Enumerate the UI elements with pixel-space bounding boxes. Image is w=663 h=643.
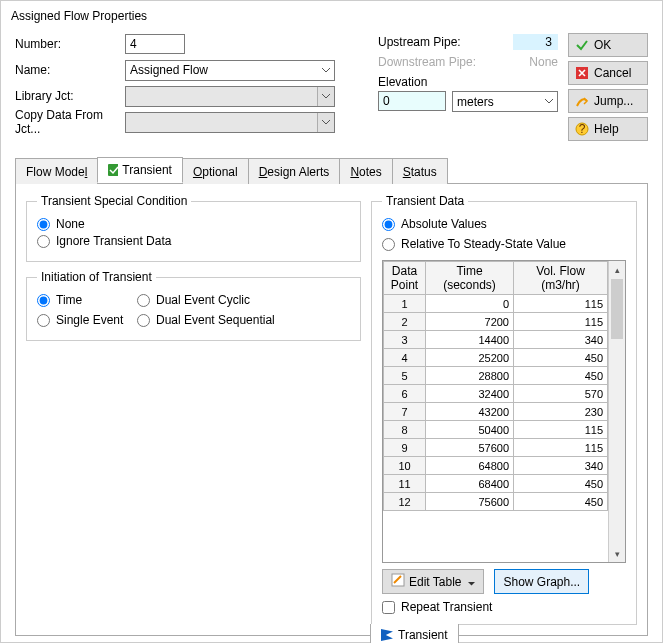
radio-ignore[interactable]: Ignore Transient Data	[37, 234, 350, 248]
cell-time[interactable]: 57600	[426, 439, 514, 457]
data-table[interactable]: Data Point Time (seconds) Vol. Flow (m3/…	[383, 261, 608, 511]
dialog-title: Assigned Flow Properties	[1, 1, 662, 27]
tab-notes[interactable]: Notes	[339, 158, 392, 184]
tab-panel: Transient Special Condition None Ignore …	[15, 184, 648, 636]
cell-time[interactable]: 64800	[426, 457, 514, 475]
cell-time[interactable]: 43200	[426, 403, 514, 421]
scroll-down-icon: ▾	[609, 545, 625, 562]
cell-flow[interactable]: 450	[514, 493, 608, 511]
jump-label: Jump...	[594, 94, 633, 108]
tab-transient-label: Transient	[122, 163, 172, 177]
cell-time[interactable]: 32400	[426, 385, 514, 403]
show-graph-button[interactable]: Show Graph...	[494, 569, 589, 594]
tab-transient[interactable]: Transient	[97, 157, 183, 183]
tab-flow-model[interactable]: Flow Model	[15, 158, 98, 184]
copy-combo[interactable]	[125, 112, 335, 133]
row-index: 11	[384, 475, 426, 493]
tab-optional[interactable]: Optional	[182, 158, 249, 184]
table-row[interactable]: 1168400450	[384, 475, 608, 493]
table-row[interactable]: 743200230	[384, 403, 608, 421]
cell-flow[interactable]: 450	[514, 367, 608, 385]
cell-flow[interactable]: 340	[514, 457, 608, 475]
radio-single[interactable]: Single Event	[37, 313, 137, 327]
row-index: 1	[384, 295, 426, 313]
tab-status[interactable]: Status	[392, 158, 448, 184]
table-row[interactable]: 957600115	[384, 439, 608, 457]
repeat-transient-checkbox[interactable]: Repeat Transient	[382, 600, 626, 614]
transient-data-group: Transient Data Absolute Values Relative …	[371, 194, 637, 625]
jump-icon	[575, 94, 589, 108]
repeat-label: Repeat Transient	[401, 600, 492, 614]
cell-time[interactable]: 7200	[426, 313, 514, 331]
cell-time[interactable]: 28800	[426, 367, 514, 385]
radio-none[interactable]: None	[37, 217, 350, 231]
table-row[interactable]: 850400115	[384, 421, 608, 439]
check-icon	[575, 38, 589, 52]
cell-flow[interactable]: 115	[514, 295, 608, 313]
chevron-down-icon	[317, 113, 334, 132]
cell-time[interactable]: 75600	[426, 493, 514, 511]
help-label: Help	[594, 122, 619, 136]
tab-design-alerts[interactable]: Design Alerts	[248, 158, 341, 184]
cell-flow[interactable]: 340	[514, 331, 608, 349]
initiation-group: Initiation of Transient Time Dual Event …	[26, 270, 361, 341]
radio-time[interactable]: Time	[37, 293, 137, 307]
col-flow: Vol. Flow (m3/hr)	[514, 262, 608, 295]
ok-button[interactable]: OK	[568, 33, 648, 57]
chevron-down-icon	[317, 61, 334, 80]
cell-flow[interactable]: 450	[514, 475, 608, 493]
help-button[interactable]: ? Help	[568, 117, 648, 141]
show-graph-label: Show Graph...	[503, 575, 580, 589]
ok-label: OK	[594, 38, 611, 52]
cell-flow[interactable]: 230	[514, 403, 608, 421]
number-input[interactable]	[125, 34, 185, 54]
cell-flow[interactable]: 115	[514, 313, 608, 331]
jump-button[interactable]: Jump...	[568, 89, 648, 113]
chevron-down-icon	[540, 92, 557, 111]
table-row[interactable]: 425200450	[384, 349, 608, 367]
cell-time[interactable]: 50400	[426, 421, 514, 439]
cell-time[interactable]: 25200	[426, 349, 514, 367]
table-row[interactable]: 528800450	[384, 367, 608, 385]
pipe-section: Upstream Pipe: 3 Downstream Pipe: None E…	[378, 33, 558, 141]
table-row[interactable]: 1275600450	[384, 493, 608, 511]
library-combo[interactable]	[125, 86, 335, 107]
svg-text:?: ?	[579, 122, 586, 136]
cell-time[interactable]: 14400	[426, 331, 514, 349]
vertical-scrollbar[interactable]: ▴ ▾	[608, 261, 625, 562]
cell-flow[interactable]: 115	[514, 439, 608, 457]
table-row[interactable]: 314400340	[384, 331, 608, 349]
cell-flow[interactable]: 570	[514, 385, 608, 403]
elevation-label: Elevation	[378, 75, 558, 89]
upstream-label: Upstream Pipe:	[378, 35, 461, 49]
edit-table-button[interactable]: Edit Table	[382, 569, 484, 594]
cell-time[interactable]: 68400	[426, 475, 514, 493]
table-row[interactable]: 632400570	[384, 385, 608, 403]
row-index: 3	[384, 331, 426, 349]
initiation-title: Initiation of Transient	[37, 270, 156, 284]
table-row[interactable]: 27200115	[384, 313, 608, 331]
row-index: 12	[384, 493, 426, 511]
button-column: OK Cancel Jump... ?	[568, 33, 648, 141]
radio-absolute[interactable]: Absolute Values	[382, 217, 626, 231]
cancel-label: Cancel	[594, 66, 631, 80]
row-index: 5	[384, 367, 426, 385]
radio-dual-cyclic[interactable]: Dual Event Cyclic	[137, 293, 350, 307]
radio-dual-seq[interactable]: Dual Event Sequential	[137, 313, 350, 327]
cell-flow[interactable]: 450	[514, 349, 608, 367]
elevation-input[interactable]	[378, 91, 446, 111]
name-combo[interactable]: Assigned Flow	[125, 60, 335, 81]
left-form: Number: Name: Assigned Flow Library Jct:	[15, 33, 368, 141]
scroll-thumb[interactable]	[611, 279, 623, 339]
sub-tab-transient[interactable]: Transient	[370, 624, 459, 643]
col-point: Data Point	[384, 262, 426, 295]
elevation-units-combo[interactable]: meters	[452, 91, 558, 112]
cell-flow[interactable]: 115	[514, 421, 608, 439]
cell-time[interactable]: 0	[426, 295, 514, 313]
radio-relative[interactable]: Relative To Steady-State Value	[382, 237, 626, 251]
downstream-label: Downstream Pipe:	[378, 55, 476, 69]
table-row[interactable]: 1064800340	[384, 457, 608, 475]
table-row[interactable]: 10115	[384, 295, 608, 313]
copy-label: Copy Data From Jct...	[15, 108, 125, 136]
cancel-button[interactable]: Cancel	[568, 61, 648, 85]
